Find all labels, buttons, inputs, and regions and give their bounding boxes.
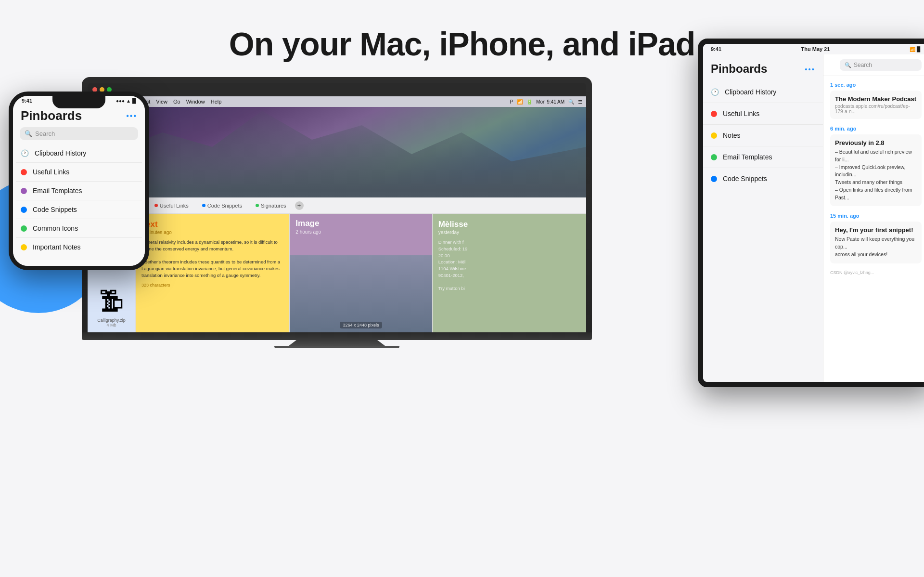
mac-screen: Ⓜ www.MacZ.com 🔍 MacBook Useful xyxy=(88,107,586,332)
mac-card-text[interactable]: Text 2 minutes ago General relativity in… xyxy=(136,214,290,332)
ipad-container: 9:41 Thu May 21 📶 ▉ Pinboards ••• xyxy=(698,39,924,387)
iphone-nav-email-label: Email Templates xyxy=(33,187,82,195)
iphone-app-content: Pinboards ••• 🔍 Search 🕐 Clipboard Histo… xyxy=(13,105,145,266)
ipad-nav-email-templates[interactable]: Email Templates xyxy=(703,146,823,168)
mac-base xyxy=(82,332,592,340)
iphone-nav-clipboard-label: Clipboard History xyxy=(35,149,86,157)
iphone-wifi-icon: ▲ xyxy=(126,98,131,104)
ipad-nav-useful-links[interactable]: Useful Links xyxy=(703,103,823,125)
ipad-main-header: 🔍 Search xyxy=(823,54,924,76)
ipad-snippet-1[interactable]: The Modern Maker Podcast podcasts.apple.… xyxy=(830,91,922,119)
iphone-app-title: Pinboards xyxy=(21,108,82,123)
ipad-clipboard-icon: 🕐 xyxy=(711,88,719,96)
ipad-sidebar-header: Pinboards ••• xyxy=(703,62,823,81)
mac-app-overlay: 🔍 MacBook Useful Links Code Snippets xyxy=(88,197,586,332)
iphone-nav-list: 🕐 Clipboard History Useful Links Email T… xyxy=(13,144,145,256)
ipad-search-placeholder: Search xyxy=(854,62,872,68)
ipad-sidebar: Pinboards ••• 🕐 Clipboard History xyxy=(703,54,823,382)
ipad-snippet-1-title: The Modern Maker Podcast xyxy=(835,95,917,103)
iphone-nav-icons-label: Common Icons xyxy=(33,224,78,232)
text-card-time: 2 minutes ago xyxy=(141,230,283,235)
mac-window-menu[interactable]: Window xyxy=(186,99,205,105)
iphone-status-bar: 9:41 ●●● ▲ ▉ xyxy=(13,96,145,105)
csdn-watermark: CSDN @xyvic_lzhng... xyxy=(830,270,922,275)
ipad-status-bar: 9:41 Thu May 21 📶 ▉ xyxy=(703,44,924,54)
iphone-body: 9:41 ●●● ▲ ▉ Pinboards ••• 🔍 Search xyxy=(9,92,149,270)
ipad-status-time: 9:41 xyxy=(711,46,721,52)
ipad-body: 9:41 Thu May 21 📶 ▉ Pinboards ••• xyxy=(698,39,924,387)
iphone-search-bar[interactable]: 🔍 Search xyxy=(20,127,138,140)
iphone-nav-important-notes[interactable]: Important Notes xyxy=(16,238,142,256)
iphone-nav-notes-label: Important Notes xyxy=(33,243,81,251)
iphone-nav-common-icons[interactable]: Common Icons xyxy=(16,219,142,238)
image-card-time: 2 hours ago xyxy=(295,229,321,235)
ipad-wifi-icon: 📶 xyxy=(910,47,915,52)
zip-filesize: 4 Mb xyxy=(106,323,116,328)
ipad-nav-code-snippets[interactable]: Code Snippets xyxy=(703,168,823,189)
ipad-snippet-3-title: Hey, I'm your first snippet! xyxy=(835,226,917,234)
ipad-status-icons: 📶 ▉ xyxy=(910,47,921,52)
ipad-app-title: Pinboards xyxy=(711,62,767,76)
scene-wrapper: 🍎 Finder File Edit View Go Window Help P… xyxy=(0,77,924,539)
ipad-email-dot xyxy=(711,154,717,160)
mac-frame: 🍎 Finder File Edit View Go Window Help P… xyxy=(82,77,592,332)
useful-links-dot xyxy=(21,169,27,175)
ipad-nav-clipboard-label: Clipboard History xyxy=(725,88,776,96)
ipad-search-bar[interactable]: 🔍 Search xyxy=(840,59,922,71)
iphone-signal-icon: ●●● xyxy=(116,98,125,104)
image-placeholder: 3264 x 2448 pixels xyxy=(290,255,432,332)
mac-view-menu[interactable]: View xyxy=(156,99,167,105)
ipad-snippet-2-title: Previously in 2.8 xyxy=(835,139,917,146)
ipad-notes-dot xyxy=(711,132,717,139)
ipad-app-content: Pinboards ••• 🕐 Clipboard History xyxy=(703,54,924,382)
mac-help-menu[interactable]: Help xyxy=(211,99,222,105)
text-card-chars: 323 characters xyxy=(141,283,283,288)
mac-menubar-time: Mon 9:41 AM xyxy=(536,99,565,105)
mac-tab-code-snippets[interactable]: Code Snippets xyxy=(197,202,247,210)
iphone-nav-email-templates[interactable]: Email Templates xyxy=(16,182,142,200)
ipad-nav-email-label: Email Templates xyxy=(723,153,772,161)
text-card-body: General relativity includes a dynamical … xyxy=(141,239,283,279)
mac-tab-signatures[interactable]: Signatures xyxy=(251,202,291,210)
important-notes-dot xyxy=(21,244,27,250)
ipad-time-label-1: 1 sec. ago xyxy=(830,82,922,88)
contact-card-label: Mèlisse xyxy=(438,220,580,229)
mac-menubar: 🍎 Finder File Edit View Go Window Help P… xyxy=(88,96,586,107)
ipad-time-label-2: 6 min. ago xyxy=(830,126,922,131)
clipboard-history-icon: 🕐 xyxy=(21,149,29,157)
iphone-nav-code-snippets[interactable]: Code Snippets xyxy=(16,200,142,219)
iphone-container: 9:41 ●●● ▲ ▉ Pinboards ••• 🔍 Search xyxy=(9,92,149,270)
mac-tab-add-button[interactable]: + xyxy=(295,201,304,210)
mac-cards-area: 🗜 Calligraphy.zip 4 Mb Text 2 minutes ag… xyxy=(88,214,586,332)
image-card-label: Image xyxy=(295,219,319,228)
iphone-status-icons: ●●● ▲ ▉ xyxy=(116,98,136,104)
ipad-snippet-1-url: podcasts.apple.com/ru/podcast/ep-179-a-n… xyxy=(835,104,917,114)
contact-card-body: Dinner with f Scheduled: 19 20:00 Locati… xyxy=(438,239,580,292)
ipad-snippet-2-body: – Beautiful and useful rich preview for … xyxy=(835,148,917,201)
ipad-main: 🔍 Search 1 sec. ago The Modern Maker Pod… xyxy=(823,54,924,382)
ipad-nav-notes[interactable]: Notes xyxy=(703,125,823,146)
iphone-nav-clipboard-history[interactable]: 🕐 Clipboard History xyxy=(16,144,142,163)
mac-dots-bar xyxy=(88,83,586,96)
iphone-nav-useful-links[interactable]: Useful Links xyxy=(16,163,142,182)
mac-card-image[interactable]: Image 2 hours ago 3264 x 2448 pixels xyxy=(290,214,432,332)
mac-tab-useful-links[interactable]: Useful Links xyxy=(150,202,193,210)
ipad-nav-notes-label: Notes xyxy=(723,131,741,139)
iphone-dots-icon[interactable]: ••• xyxy=(126,112,137,120)
ipad-nav-code-label: Code Snippets xyxy=(723,175,767,183)
ipad-nav-list: 🕐 Clipboard History Useful Links Notes xyxy=(703,81,823,189)
ipad-battery-icon: ▉ xyxy=(917,47,921,52)
ipad-nav-clipboard-history[interactable]: 🕐 Clipboard History xyxy=(703,81,823,103)
image-dimensions: 3264 x 2448 pixels xyxy=(340,322,382,328)
contact-card-time: yesterday xyxy=(438,230,580,235)
iphone-search-icon: 🔍 xyxy=(25,130,32,137)
mac-menubar-icons: P📶🔋 Mon 9:41 AM 🔍☰ xyxy=(510,99,582,105)
mac-card-contact[interactable]: Mèlisse yesterday Dinner with f Schedule… xyxy=(433,214,586,332)
ipad-dots-icon[interactable]: ••• xyxy=(805,65,815,73)
iphone-search-placeholder: Search xyxy=(35,130,55,137)
ipad-snippet-3[interactable]: Hey, I'm your first snippet! Now Paste w… xyxy=(830,222,922,263)
mac-go-menu[interactable]: Go xyxy=(173,99,180,105)
ipad-snippet-2[interactable]: Previously in 2.8 – Beautiful and useful… xyxy=(830,134,922,206)
common-icons-dot xyxy=(21,225,27,232)
ipad-snippet-3-body: Now Paste will keep everything you cop..… xyxy=(835,236,917,258)
